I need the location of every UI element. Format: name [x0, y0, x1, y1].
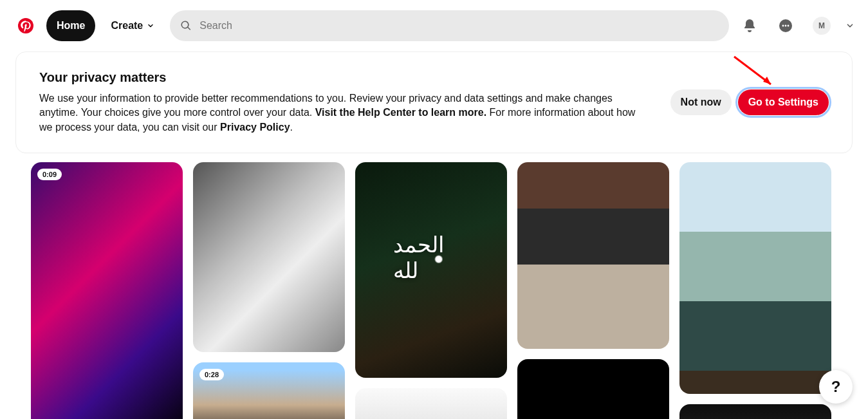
- pin-column: [517, 162, 669, 419]
- svg-point-2: [782, 25, 784, 27]
- svg-line-5: [734, 57, 771, 84]
- home-button[interactable]: Home: [46, 10, 95, 41]
- pin[interactable]: الحمد لله: [355, 162, 507, 378]
- avatar: M: [813, 17, 831, 35]
- chevron-down-icon: [147, 22, 154, 30]
- pin[interactable]: 0:28: [193, 362, 345, 419]
- pin-column: 0:09: [31, 162, 183, 419]
- pin-image: [193, 162, 345, 352]
- svg-marker-6: [763, 77, 771, 84]
- avatar-initial: M: [818, 21, 825, 30]
- help-button[interactable]: ?: [819, 370, 853, 404]
- account-menu-toggle[interactable]: [842, 18, 858, 33]
- search-icon: [180, 20, 192, 32]
- pin[interactable]: [517, 162, 669, 349]
- pin-image: [31, 162, 183, 419]
- search-bar[interactable]: [170, 10, 729, 41]
- help-center-link[interactable]: Visit the Help Center to learn more.: [315, 107, 486, 118]
- pin[interactable]: [517, 359, 669, 419]
- create-label: Create: [111, 20, 143, 32]
- video-duration-badge: 0:09: [37, 169, 62, 180]
- chevron-down-icon: [845, 21, 854, 30]
- account-button[interactable]: M: [806, 10, 837, 41]
- search-input[interactable]: [199, 20, 719, 32]
- pin[interactable]: [193, 162, 345, 352]
- pin-image: [679, 404, 831, 419]
- pin[interactable]: [679, 404, 831, 419]
- privacy-banner: Your privacy matters We use your informa…: [15, 51, 853, 153]
- privacy-policy-link[interactable]: Privacy Policy: [220, 122, 290, 133]
- video-duration-badge: 0:28: [199, 369, 224, 380]
- help-label: ?: [831, 378, 841, 396]
- pin-column: 0:28: [193, 162, 345, 419]
- not-now-label: Not now: [681, 97, 721, 108]
- svg-point-4: [788, 25, 790, 27]
- go-to-settings-button[interactable]: Go to Settings: [738, 89, 829, 115]
- privacy-text: Your privacy matters We use your informa…: [39, 70, 655, 135]
- create-button[interactable]: Create: [100, 10, 165, 41]
- privacy-actions: Not now Go to Settings: [670, 89, 829, 115]
- notifications-button[interactable]: [734, 10, 765, 41]
- pin-image: [355, 388, 507, 419]
- home-label: Home: [57, 20, 85, 32]
- pin-image: [517, 162, 669, 349]
- bell-icon: [742, 18, 757, 33]
- pin-overlay-text: الحمد لله: [393, 232, 469, 283]
- pins-grid: 0:09 0:28 الحمد لله: [31, 162, 837, 419]
- privacy-body: We use your information to provide bette…: [39, 91, 644, 135]
- pinterest-logo[interactable]: [10, 10, 41, 41]
- pin[interactable]: [355, 388, 507, 419]
- pin-image: [679, 162, 831, 394]
- messages-button[interactable]: [770, 10, 801, 41]
- svg-point-3: [785, 25, 787, 27]
- annotation-arrow: [731, 53, 782, 92]
- top-header: Home Create M: [0, 0, 868, 51]
- pin-column: [679, 162, 831, 419]
- pin-column: الحمد لله: [355, 162, 507, 419]
- pin[interactable]: [679, 162, 831, 394]
- privacy-body-part: .: [290, 122, 293, 133]
- pin-image: [517, 359, 669, 419]
- not-now-button[interactable]: Not now: [670, 89, 732, 115]
- privacy-title: Your privacy matters: [39, 70, 655, 85]
- pin[interactable]: 0:09: [31, 162, 183, 419]
- go-to-settings-label: Go to Settings: [748, 97, 818, 108]
- chat-icon: [778, 18, 793, 33]
